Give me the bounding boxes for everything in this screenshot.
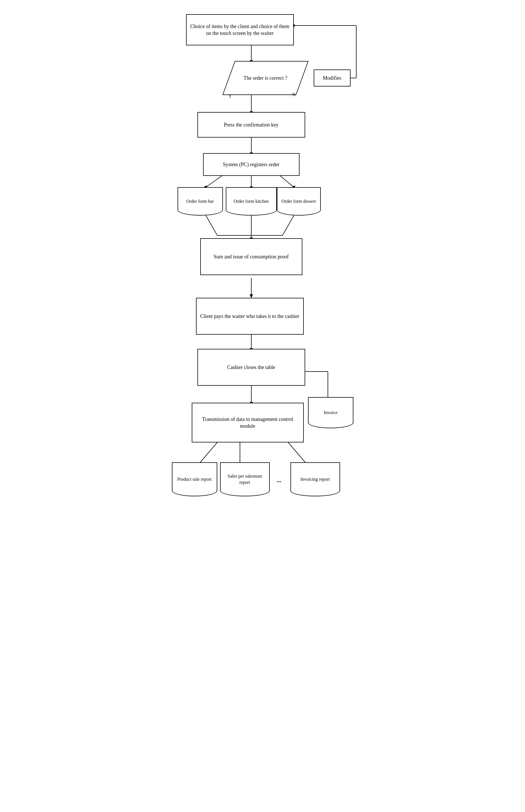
- sum-issue-box: Sum and issue of consumption proof: [200, 238, 302, 275]
- product-sale-text: Product sale report: [177, 476, 212, 482]
- yes-label: Y: [229, 94, 232, 99]
- svg-line-34: [288, 442, 305, 462]
- product-sale-doc: Product sale report: [172, 462, 217, 496]
- svg-line-20: [283, 215, 294, 236]
- modifies-text: Modifies: [323, 75, 341, 81]
- invoicing-doc: Invoicing report: [290, 462, 340, 496]
- no-label: N: [292, 92, 296, 97]
- invoice-doc: Invoice: [308, 397, 354, 428]
- svg-line-32: [200, 442, 217, 462]
- order-dessert-doc: Order form dessert: [277, 187, 321, 215]
- order-kitchen-doc: Order form kitchen: [226, 187, 277, 215]
- system-registers-box: System (PC) registers order: [203, 153, 300, 176]
- dots-label: ...: [277, 477, 282, 484]
- order-correct-diamond: The order is correct ?: [212, 61, 319, 95]
- invoice-text: Invoice: [324, 409, 338, 416]
- sales-salesman-text: Sales per salesman report: [223, 473, 267, 485]
- flowchart-diagram: Choice of items by the client and choice…: [163, 9, 362, 746]
- order-kitchen-text: Order form kitchen: [234, 198, 269, 205]
- sum-issue-text: Sum and issue of consumption proof: [213, 253, 288, 260]
- cashier-closes-box: Cashier closes the table: [197, 349, 305, 386]
- system-registers-text: System (PC) registers order: [223, 161, 280, 168]
- svg-line-18: [206, 215, 217, 236]
- choice-box: Choice of items by the client and choice…: [186, 14, 294, 45]
- sales-salesman-doc: Sales per salesman report: [220, 462, 270, 496]
- press-key-text: Press the confirmation key: [224, 121, 278, 128]
- invoicing-text: Invoicing report: [300, 476, 330, 482]
- order-dessert-text: Order form dessert: [282, 198, 316, 205]
- transmission-box: Transmission of data to management contr…: [192, 403, 304, 442]
- cashier-closes-text: Cashier closes the table: [227, 364, 275, 371]
- transmission-text: Transmission of data to management contr…: [195, 416, 300, 430]
- svg-marker-25: [250, 295, 253, 298]
- order-bar-text: Order form bar: [186, 198, 214, 205]
- client-pays-box: Client pays the waiter who takes it to t…: [196, 298, 304, 335]
- order-correct-text: The order is correct ?: [244, 75, 287, 81]
- client-pays-text: Client pays the waiter who takes it to t…: [200, 313, 299, 320]
- press-key-box: Press the confirmation key: [197, 112, 305, 138]
- order-bar-doc: Order form bar: [178, 187, 223, 215]
- choice-text: Choice of items by the client and choice…: [190, 23, 290, 37]
